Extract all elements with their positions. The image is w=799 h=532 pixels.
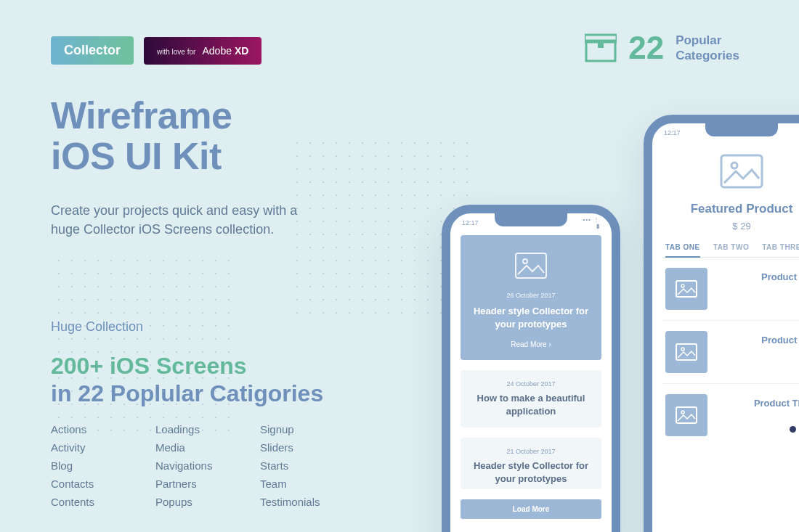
article-title: How to make a beautiful application (468, 392, 594, 417)
product-name: Product One (716, 271, 799, 282)
svg-point-4 (523, 259, 527, 263)
article-date: 21 October 2017 (468, 448, 594, 455)
article-title: Header style Collector for your prototyp… (468, 459, 594, 485)
tab-three[interactable]: TAB THREE (762, 243, 799, 251)
adobe-xd-text: XD (235, 45, 248, 57)
featured-title: Featured Product (670, 202, 799, 216)
status-icons: ••• ⋮ ▮ (578, 216, 600, 229)
color-swatches (716, 426, 799, 433)
article-card[interactable]: 21 October 2017 Header style Collector f… (461, 438, 601, 489)
category-item: Signup (260, 423, 362, 435)
category-item: Media (155, 441, 257, 454)
read-more-link[interactable]: Read More › (469, 340, 593, 348)
phone-mockup-blog: 12:17 ••• ⋮ ▮ 26 October 2017 Header sty… (442, 205, 620, 532)
image-placeholder-icon (676, 406, 697, 424)
category-item: Blog (51, 459, 153, 472)
image-placeholder-icon (676, 343, 697, 361)
svg-point-8 (681, 285, 684, 287)
category-item: Activity (51, 441, 153, 454)
category-item: Testimonials (260, 496, 362, 508)
svg-point-6 (731, 163, 737, 168)
category-item: Team (260, 478, 362, 490)
svg-point-10 (681, 348, 684, 351)
product-price: $ 27 (716, 348, 799, 357)
product-row[interactable]: Product Three $ 40 (662, 384, 799, 446)
svg-rect-9 (676, 344, 697, 360)
hero-date: 26 October 2017 (469, 292, 593, 299)
product-row[interactable]: Product Two $ 27 (662, 321, 799, 384)
svg-rect-11 (676, 407, 697, 423)
category-item: Sliders (260, 441, 362, 454)
stat-line2: Categories (676, 48, 739, 63)
category-item: Popups (155, 496, 257, 508)
category-item: Starts (260, 459, 362, 472)
tab-two[interactable]: TAB TWO (713, 243, 749, 251)
featured-price: $ 29 (670, 221, 799, 232)
article-date: 24 October 2017 (468, 380, 594, 388)
article-card[interactable]: 24 October 2017 How to make a beautiful … (461, 370, 601, 427)
svg-rect-5 (721, 155, 762, 187)
color-swatches (716, 300, 799, 306)
image-placeholder-icon (676, 280, 697, 298)
stat-line1: Popular (676, 33, 739, 48)
svg-rect-3 (516, 253, 546, 278)
svg-rect-2 (598, 41, 604, 48)
svg-rect-7 (676, 281, 697, 297)
featured-product[interactable]: Featured Product $ 29 (662, 145, 799, 243)
load-more-button[interactable]: Load More (461, 499, 601, 519)
product-thumb (665, 268, 707, 310)
status-time: 12:17 (664, 129, 681, 136)
image-placeholder-icon (720, 154, 763, 189)
product-thumb (665, 394, 707, 436)
adobe-brand-text: Adobe (203, 45, 232, 57)
product-row[interactable]: Product One $ 33 (662, 258, 799, 321)
image-placeholder-icon (515, 253, 547, 279)
collector-badge: Collector (51, 36, 134, 65)
hero-title: Header style Collector for your prototyp… (469, 305, 593, 330)
category-item: Navigations (155, 459, 257, 472)
page-subtitle: Create your projects quick and easy with… (51, 201, 327, 239)
svg-point-12 (681, 411, 684, 414)
adobe-xd-badge: with love for Adobe XD (144, 37, 261, 65)
product-tabs: TAB ONE TAB TWO TAB THREE (662, 243, 799, 258)
product-thumb (665, 331, 707, 373)
dot-pattern (52, 254, 241, 443)
product-price: $ 40 (716, 412, 799, 420)
category-item: Partners (155, 478, 257, 490)
adobe-love-text: with love for (157, 48, 195, 56)
phone-notch (495, 213, 567, 226)
box-icon (585, 33, 617, 62)
phone-notch (705, 123, 778, 136)
tab-one[interactable]: TAB ONE (665, 243, 700, 251)
stat-number: 22 (628, 32, 664, 64)
product-name: Product Three (716, 398, 799, 409)
status-time: 12:17 (462, 219, 479, 226)
product-name: Product Two (716, 335, 799, 345)
product-price: $ 33 (716, 285, 799, 294)
categories-stat: 22 Popular Categories (585, 32, 739, 64)
category-item: Contents (51, 496, 153, 508)
hero-card[interactable]: 26 October 2017 Header style Collector f… (461, 235, 601, 360)
phone-mockup-products: 12:17 Featured Product $ 29 TAB ONE TAB … (644, 115, 799, 532)
category-item: Contacts (51, 478, 153, 490)
color-swatches (716, 363, 799, 369)
